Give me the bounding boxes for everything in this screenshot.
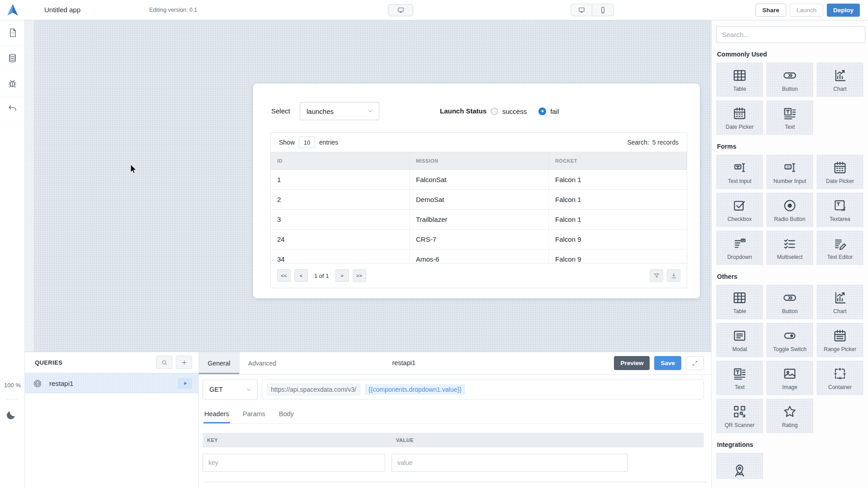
expand-editor-button[interactable] — [686, 356, 704, 370]
query-name: restapi1 — [49, 380, 73, 387]
header-key-input[interactable] — [203, 454, 385, 472]
widget-search-input[interactable] — [716, 26, 865, 43]
save-button[interactable]: Save — [654, 356, 681, 370]
tab-params[interactable]: Params — [242, 407, 266, 423]
tab-headers[interactable]: Headers — [203, 407, 230, 423]
table-row[interactable]: 24CRS-7Falcon 9 — [271, 230, 687, 249]
widget-card-date-picker[interactable]: Date Picker — [716, 100, 763, 135]
widget-card-range-picker[interactable]: Range Picker — [816, 323, 863, 357]
widget-card-label: Textarea — [830, 216, 850, 222]
widget-card-multiselect[interactable]: Multiselect — [766, 230, 813, 265]
table-row[interactable]: 2DemoSatFalcon 1 — [271, 190, 687, 210]
page-size-input[interactable] — [299, 136, 315, 148]
app-title[interactable]: Untitled app — [44, 6, 80, 14]
rail-debugger-button[interactable] — [0, 71, 25, 96]
widget-card-chart[interactable]: Chart — [816, 62, 863, 97]
widget-card-text-input[interactable]: Text Input — [716, 155, 763, 189]
widget-card-image[interactable]: Image — [766, 361, 813, 395]
widget-card-button[interactable]: Button — [766, 285, 813, 319]
rail-datasources-button[interactable] — [0, 46, 25, 71]
radio-option-success[interactable]: success — [491, 108, 527, 115]
container-widget[interactable]: Select launches Launch Status successfai… — [253, 84, 700, 298]
top-bar: Untitled app Editing version: 0.1 Share … — [0, 0, 868, 20]
tab-advanced[interactable]: Advanced — [240, 352, 285, 374]
add-query-button[interactable] — [176, 356, 192, 369]
column-header-mission[interactable]: MISSION — [410, 152, 549, 169]
rail-json-inspector-button[interactable]: {:} — [0, 20, 25, 46]
undo-icon — [7, 103, 18, 114]
widget-card-dropdown[interactable]: Dropdown — [716, 230, 763, 265]
controls-row: Select launches Launch Status successfai… — [253, 102, 700, 120]
widget-card-map[interactable] — [716, 453, 763, 479]
table-cell: Falcon 9 — [549, 230, 687, 249]
widget-card-button[interactable]: Button — [766, 62, 813, 97]
radio-option-fail[interactable]: fail — [538, 108, 559, 115]
checkbox-icon — [732, 198, 747, 213]
table-row[interactable]: 34Amos-6Falcon 9 — [271, 249, 687, 263]
table-row[interactable]: 1FalconSatFalcon 1 — [271, 170, 687, 190]
request-tabs: Headers Params Body — [203, 407, 704, 424]
widget-card-qr-scanner[interactable]: QR Scanner — [716, 399, 763, 433]
widget-card-label: Chart — [833, 86, 846, 92]
widget-card-chart[interactable]: Chart — [816, 285, 863, 319]
widget-card-label: Button — [782, 86, 798, 92]
section-title: Integrations — [717, 441, 868, 448]
tab-general[interactable]: General — [199, 352, 240, 374]
desktop-view-button[interactable] — [571, 4, 592, 16]
column-header-id[interactable]: ID — [271, 152, 410, 169]
table-row[interactable]: 3TrailblazerFalcon 1 — [271, 210, 687, 230]
query-search-button[interactable] — [156, 356, 172, 369]
search-label: Search: — [627, 139, 649, 146]
widget-card-text[interactable]: Text — [716, 361, 763, 395]
preview-button[interactable]: Preview — [614, 356, 650, 370]
widget-card-textarea[interactable]: Textarea — [816, 192, 863, 227]
share-button[interactable]: Share — [755, 4, 786, 17]
header-value-input[interactable] — [392, 454, 627, 472]
monitor-icon — [578, 6, 585, 14]
widget-card-radio-button[interactable]: Radio Button — [766, 192, 813, 227]
mobile-view-button[interactable] — [592, 4, 614, 16]
widget-card-label: Container — [828, 384, 852, 390]
widget-card-label: Multiselect — [777, 254, 803, 260]
widget-card-table[interactable]: Table — [716, 62, 763, 97]
run-query-button[interactable] — [178, 378, 192, 389]
widget-card-number-input[interactable]: 10Number Input — [766, 155, 813, 189]
column-header-rocket[interactable]: ROCKET — [549, 152, 687, 169]
widget-card-date-picker[interactable]: Date Picker — [816, 155, 863, 189]
pagination-last-button[interactable]: >> — [353, 269, 366, 282]
launch-button[interactable]: Launch — [790, 4, 823, 17]
download-button[interactable] — [667, 269, 680, 282]
pagination-first-button[interactable]: << — [277, 269, 291, 282]
widget-card-container[interactable]: Container — [816, 361, 863, 395]
table-cell: 34 — [271, 249, 410, 263]
table-cell: 2 — [271, 190, 410, 209]
widget-card-text-editor[interactable]: Text Editor — [816, 230, 863, 265]
rail-undo-button[interactable] — [0, 96, 25, 122]
dropdown-widget[interactable]: launches — [300, 102, 379, 120]
deploy-button[interactable]: Deploy — [827, 4, 860, 17]
query-name-title[interactable]: restapi1 — [392, 359, 415, 366]
pagination-prev-button[interactable]: < — [294, 269, 308, 282]
canvas-size-button[interactable] — [388, 4, 413, 16]
dropdown-value: launches — [307, 108, 334, 115]
http-method-select[interactable]: GET — [203, 380, 258, 399]
zoom-level[interactable]: 100 % — [0, 382, 25, 389]
app-canvas[interactable]: Select launches Launch Status successfai… — [25, 20, 711, 352]
widget-card-toggle-switch[interactable]: Toggle Switch — [766, 323, 813, 357]
widget-card-table[interactable]: Table — [716, 285, 763, 319]
widget-card-rating[interactable]: Rating — [766, 399, 813, 433]
pagination-next-button[interactable]: > — [335, 269, 349, 282]
filter-button[interactable] — [650, 269, 663, 282]
debugger-icon — [7, 78, 18, 89]
table-search[interactable]: Search: 5 records — [627, 139, 679, 146]
widget-card-modal[interactable]: Modal — [716, 323, 763, 357]
query-list-item-restapi1[interactable]: APIrestapi1 — [25, 373, 198, 394]
widget-card-text[interactable]: Text — [766, 100, 813, 135]
widget-card-checkbox[interactable]: Checkbox — [716, 192, 763, 227]
dark-mode-toggle[interactable] — [5, 408, 19, 422]
section-title: Commonly Used — [717, 51, 868, 58]
left-rail: {:} 100 % — [0, 20, 25, 488]
url-input[interactable]: https://api.spacexdata.com/v3/ {{compone… — [262, 380, 704, 399]
tab-body[interactable]: Body — [278, 407, 295, 423]
button-icon — [782, 290, 797, 305]
